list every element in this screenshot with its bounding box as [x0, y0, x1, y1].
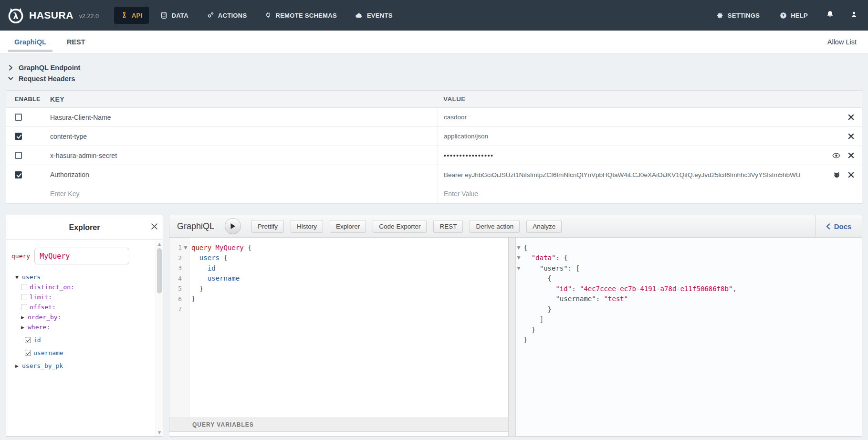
- eye-icon[interactable]: [832, 153, 840, 158]
- header-key-cell[interactable]: content-type: [50, 133, 438, 140]
- toolbar-button-rest[interactable]: REST: [433, 220, 463, 233]
- toolbar-button-derive-action[interactable]: Derive action: [470, 220, 520, 233]
- chevron-right-icon: [8, 65, 13, 71]
- row-actions: [833, 171, 854, 178]
- header-enable-checkbox[interactable]: [15, 133, 22, 140]
- nav-item-actions[interactable]: ACTIONS: [200, 7, 254, 24]
- flask-icon: [121, 11, 128, 19]
- top-navbar: λ HASURA v2.22.0 APIDATAACTIONSREMOTE SC…: [0, 0, 868, 31]
- header-key-cell[interactable]: Hasura-Client-Name: [50, 114, 438, 121]
- nav-item-help[interactable]: ?HELP: [778, 7, 810, 24]
- header-key-cell[interactable]: x-hasura-admin-secret: [50, 152, 438, 159]
- close-icon[interactable]: [151, 223, 158, 230]
- execute-query-button[interactable]: [225, 218, 241, 234]
- explorer-tree-item[interactable]: ▼users: [11, 272, 156, 282]
- toolbar-button-analyze[interactable]: Analyze: [526, 220, 562, 233]
- triangle-down-icon[interactable]: ▼: [15, 275, 22, 280]
- explorer-tree-item[interactable]: limit:: [11, 292, 156, 302]
- bell-button[interactable]: [826, 10, 834, 21]
- new-header-key-input[interactable]: [50, 190, 428, 198]
- query-variables-bar[interactable]: QUERY VARIABLES: [169, 418, 508, 432]
- request-headers-toggle[interactable]: Request Headers: [6, 73, 862, 84]
- editor-line: 7: [169, 304, 508, 314]
- graphiql-toolbar: GraphiQL PrettifyHistoryExplorerCode Exp…: [169, 215, 862, 238]
- tree-item-label: distinct_on:: [30, 283, 74, 291]
- header-value-text[interactable]: application/json: [444, 133, 842, 140]
- close-icon[interactable]: [848, 114, 854, 120]
- explorer-tree-item[interactable]: ▶users_by_pk: [11, 361, 156, 371]
- new-header-value-input[interactable]: [444, 190, 854, 198]
- docs-button[interactable]: Docs: [815, 215, 862, 237]
- code-text: "id": "4ec7ccee-ec7b-4191-a78d-e11f50686…: [522, 285, 737, 293]
- fold-arrow-icon[interactable]: ▼: [516, 255, 522, 260]
- triangle-right-icon[interactable]: ▶: [15, 364, 22, 368]
- header-enable-checkbox[interactable]: [15, 114, 22, 121]
- scrollbar-thumb[interactable]: [157, 248, 162, 293]
- user-button[interactable]: [850, 10, 858, 20]
- header-key-cell[interactable]: Authorization: [50, 171, 438, 178]
- result-line: ]: [516, 314, 862, 325]
- tree-item-label: username: [33, 349, 63, 356]
- fold-arrow-icon[interactable]: ▼: [516, 266, 522, 271]
- close-icon[interactable]: [848, 172, 854, 178]
- nav-item-label: SETTINGS: [728, 12, 760, 19]
- tree-checkbox[interactable]: [25, 337, 31, 343]
- tree-checkbox[interactable]: [21, 284, 27, 290]
- version-label: v2.22.0: [79, 13, 99, 20]
- tree-checkbox[interactable]: [25, 350, 31, 356]
- header-value-text[interactable]: casdoor: [444, 114, 842, 121]
- user-icon: [850, 10, 858, 18]
- code-text: }: [189, 285, 203, 293]
- header-enable-checkbox[interactable]: [15, 152, 22, 159]
- explorer-tree-item[interactable]: ▶order_by:: [11, 312, 156, 322]
- result-line: ▼ "users": [: [516, 263, 862, 273]
- tree-checkbox[interactable]: [21, 294, 27, 300]
- tab-rest[interactable]: REST: [61, 31, 92, 53]
- explorer-tree-item[interactable]: offset:: [11, 302, 156, 312]
- pane-resize-handle[interactable]: [508, 238, 516, 436]
- header-value-text[interactable]: ••••••••••••••••: [444, 152, 826, 159]
- enable-cell: [6, 171, 50, 178]
- explorer-scrollbar[interactable]: ▲ ▼: [156, 241, 163, 436]
- toolbar-button-history[interactable]: History: [291, 220, 323, 233]
- allow-list-link[interactable]: Allow List: [827, 31, 868, 53]
- explorer-tree-item[interactable]: ▶where:: [11, 322, 156, 332]
- decode-jwt-icon[interactable]: [833, 171, 840, 178]
- nav-item-events[interactable]: EVENTS: [348, 7, 399, 24]
- fold-arrow-icon[interactable]: ▼: [516, 245, 522, 250]
- nav-item-data[interactable]: DATA: [154, 7, 195, 24]
- tree-item-label: where:: [28, 324, 50, 331]
- scroll-down-icon[interactable]: ▼: [156, 430, 163, 435]
- nav-item-remote-schemas[interactable]: REMOTE SCHEMAS: [258, 7, 343, 24]
- query-variables-editor[interactable]: [169, 432, 508, 436]
- nav-item-label: REMOTE SCHEMAS: [275, 12, 336, 19]
- triangle-right-icon[interactable]: ▶: [21, 325, 28, 330]
- query-editor[interactable]: 1▼query MyQuery {2 users {3 id4 username…: [169, 238, 508, 418]
- toolbar-button-prettify[interactable]: Prettify: [251, 220, 284, 233]
- scroll-up-icon[interactable]: ▲: [156, 242, 163, 246]
- toolbar-button-code-exporter[interactable]: Code Exporter: [373, 220, 427, 233]
- nav-item-settings[interactable]: SETTINGS: [715, 7, 762, 24]
- nav-item-api[interactable]: API: [114, 7, 149, 24]
- triangle-right-icon[interactable]: ▶: [21, 315, 28, 320]
- enable-cell: [6, 114, 50, 121]
- explorer-tree-item[interactable]: distinct_on:: [11, 282, 156, 292]
- close-icon[interactable]: [848, 133, 854, 139]
- graphql-endpoint-toggle[interactable]: GraphQL Endpoint: [6, 62, 862, 73]
- header-enable-checkbox[interactable]: [15, 171, 22, 178]
- header-table-row: content-typeapplication/json: [6, 127, 862, 146]
- nav-right: SETTINGS?HELP: [715, 0, 868, 31]
- code-text: }: [189, 295, 195, 303]
- tree-checkbox[interactable]: [21, 304, 27, 310]
- explorer-header: Explorer: [6, 215, 163, 240]
- fold-arrow-icon[interactable]: ▼: [182, 245, 189, 250]
- explorer-tree-item[interactable]: username: [11, 348, 156, 358]
- header-value-text[interactable]: Bearer eyJhbGciOiJSUzI1NiIsImtpZCI6ImNlc…: [444, 171, 827, 178]
- tab-graphiql[interactable]: GraphiQL: [8, 31, 52, 53]
- close-icon[interactable]: [848, 152, 854, 158]
- chevron-down-icon: [8, 76, 13, 81]
- explorer-tree-item[interactable]: id: [11, 335, 156, 345]
- query-name-input[interactable]: [34, 248, 129, 264]
- toolbar-button-explorer[interactable]: Explorer: [330, 220, 366, 233]
- table-header-row: ENABLE KEY VALUE: [6, 91, 862, 108]
